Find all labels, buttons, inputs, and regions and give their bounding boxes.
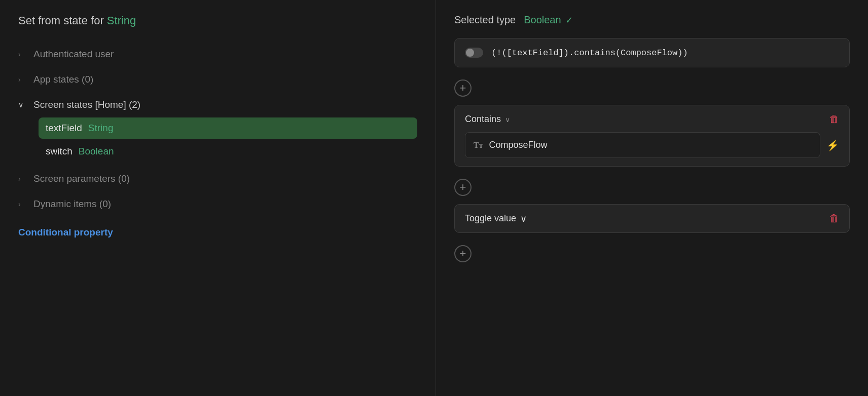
right-panel: Selected type Boolean ✓ (!([textField]).…: [436, 0, 868, 396]
chevron-down-icon: ∨: [520, 213, 527, 224]
page-title: Set from state for String: [18, 14, 417, 27]
var-name: textField: [46, 123, 82, 134]
left-panel: Set from state for String › Authenticate…: [0, 0, 436, 396]
condition-type-dropdown[interactable]: Contains ∨: [465, 114, 510, 125]
condition-type-label: Contains: [465, 114, 501, 125]
tree-child-switch[interactable]: switch Boolean: [39, 141, 417, 162]
add-final-row: +: [454, 241, 850, 266]
tree-item-label: Screen states [Home] (2): [33, 99, 140, 110]
text-type-icon: Tт: [474, 141, 483, 150]
input-value: ComposeFlow: [489, 140, 548, 150]
type-value-text: Boolean: [524, 14, 561, 26]
tree-child-textfield[interactable]: textField String: [39, 117, 417, 139]
link-state-icon[interactable]: ⚡: [826, 139, 839, 151]
chevron-icon: ›: [18, 50, 27, 58]
chevron-down-icon: ∨: [505, 115, 510, 124]
var-type: Boolean: [79, 146, 114, 157]
expression-text: (!([textField]).contains(ComposeFlow)): [491, 48, 688, 58]
screen-states-children: textField String switch Boolean: [18, 117, 417, 162]
chevron-down-icon: ∨: [18, 101, 27, 109]
tree-item-label: Authenticated user: [33, 49, 114, 60]
delete-toggle-button[interactable]: 🗑: [829, 213, 839, 224]
add-action-button[interactable]: +: [454, 179, 472, 196]
chevron-icon: ›: [18, 175, 27, 183]
tree-item-label: Dynamic items (0): [33, 199, 111, 210]
condition-header: Contains ∨ 🗑: [465, 113, 839, 125]
selected-type-value: Boolean ✓: [524, 14, 572, 26]
expression-box: (!([textField]).contains(ComposeFlow)): [454, 38, 850, 67]
contains-condition-block: Contains ∨ 🗑 Tт ComposeFlow ⚡: [454, 105, 850, 167]
tree-item-app-states[interactable]: › App states (0): [18, 67, 417, 92]
add-condition-button[interactable]: +: [454, 80, 472, 97]
check-icon: ✓: [565, 15, 573, 26]
add-final-button[interactable]: +: [454, 245, 472, 262]
toggle-type-label: Toggle value: [465, 213, 516, 224]
tree-item-dynamic-items[interactable]: › Dynamic items (0): [18, 191, 417, 217]
tree-item-screen-parameters[interactable]: › Screen parameters (0): [18, 166, 417, 191]
chevron-icon: ›: [18, 200, 27, 208]
title-prefix: Set from state for: [18, 14, 107, 27]
toggle-value-block: Toggle value ∨ 🗑: [454, 204, 850, 233]
chevron-icon: ›: [18, 75, 27, 84]
title-type: String: [107, 14, 136, 27]
tree-item-screen-states[interactable]: ∨ Screen states [Home] (2): [18, 92, 417, 117]
add-action-row: +: [454, 175, 850, 200]
tree-item-label: Screen parameters (0): [33, 173, 130, 184]
toggle-icon: [465, 48, 483, 58]
tree-item-authenticated-user[interactable]: › Authenticated user: [18, 42, 417, 67]
toggle-type-dropdown[interactable]: Toggle value ∨: [465, 213, 527, 224]
selected-type-label: Selected type: [454, 14, 516, 26]
var-type: String: [88, 123, 114, 134]
var-name: switch: [46, 146, 73, 157]
add-condition-row: +: [454, 75, 850, 101]
conditional-property-link[interactable]: Conditional property: [18, 217, 417, 238]
selected-type-header: Selected type Boolean ✓: [454, 14, 850, 26]
delete-condition-button[interactable]: 🗑: [829, 113, 839, 125]
tree-item-label: App states (0): [33, 74, 93, 85]
condition-input-box: Tт ComposeFlow: [465, 132, 820, 158]
condition-input-row: Tт ComposeFlow ⚡: [465, 132, 839, 158]
